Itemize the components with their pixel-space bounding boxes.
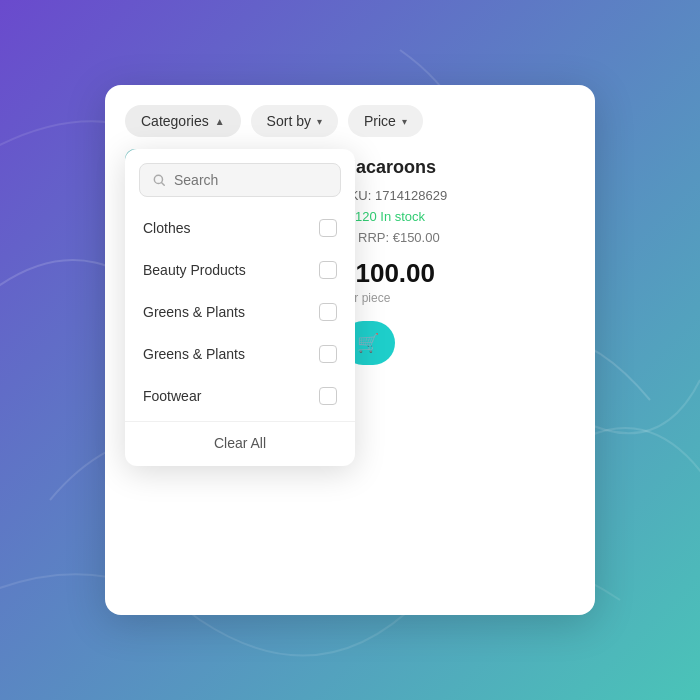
- category-label: Clothes: [143, 220, 190, 236]
- category-item-greens2[interactable]: Greens & Plants: [125, 333, 355, 375]
- product-price: €100.00: [341, 258, 575, 289]
- category-checkbox-beauty[interactable]: [319, 261, 337, 279]
- svg-line-1: [162, 183, 165, 186]
- search-container: [139, 163, 341, 197]
- price-label: Price: [364, 113, 396, 129]
- category-checkbox-footwear[interactable]: [319, 387, 337, 405]
- category-label: Greens & Plants: [143, 304, 245, 320]
- category-list: Clothes Beauty Products Greens & Plants …: [125, 207, 355, 417]
- sort-by-label: Sort by: [267, 113, 311, 129]
- category-checkbox-greens2[interactable]: [319, 345, 337, 363]
- category-label: Greens & Plants: [143, 346, 245, 362]
- stock-row: 120 In stock: [341, 209, 575, 224]
- main-card: Categories ▲ Sort by ▾ Price ▾ Clothes: [105, 85, 595, 615]
- product-sku: SKU: 1714128629: [341, 188, 575, 203]
- clear-all-row: Clear All: [125, 421, 355, 466]
- per-piece-label: per piece: [341, 291, 575, 305]
- price-chevron-icon: ▾: [402, 116, 407, 127]
- product-title: Macaroons: [341, 157, 575, 178]
- sort-by-button[interactable]: Sort by ▾: [251, 105, 338, 137]
- search-input[interactable]: [174, 172, 328, 188]
- search-wrap: [125, 163, 355, 207]
- category-label: Beauty Products: [143, 262, 246, 278]
- stock-text: 120 In stock: [355, 209, 425, 224]
- category-checkbox-clothes[interactable]: [319, 219, 337, 237]
- category-label: Footwear: [143, 388, 201, 404]
- sort-by-chevron-icon: ▾: [317, 116, 322, 127]
- rrp-row: ⓘ RRP: €150.00: [341, 229, 575, 246]
- categories-chevron-icon: ▲: [215, 116, 225, 127]
- categories-dropdown: Clothes Beauty Products Greens & Plants …: [125, 149, 355, 466]
- search-icon: [152, 173, 166, 187]
- category-item-clothes[interactable]: Clothes: [125, 207, 355, 249]
- category-item-beauty[interactable]: Beauty Products: [125, 249, 355, 291]
- price-button[interactable]: Price ▾: [348, 105, 423, 137]
- cart-icon: 🛒: [357, 332, 379, 354]
- filter-bar: Categories ▲ Sort by ▾ Price ▾: [125, 105, 575, 137]
- category-checkbox-greens1[interactable]: [319, 303, 337, 321]
- categories-button[interactable]: Categories ▲: [125, 105, 241, 137]
- rrp-text: RRP: €150.00: [358, 230, 440, 245]
- categories-label: Categories: [141, 113, 209, 129]
- category-item-footwear[interactable]: Footwear: [125, 375, 355, 417]
- category-item-greens1[interactable]: Greens & Plants: [125, 291, 355, 333]
- product-info: Macaroons SKU: 1714128629 120 In stock ⓘ…: [341, 149, 575, 369]
- clear-all-button[interactable]: Clear All: [214, 435, 266, 451]
